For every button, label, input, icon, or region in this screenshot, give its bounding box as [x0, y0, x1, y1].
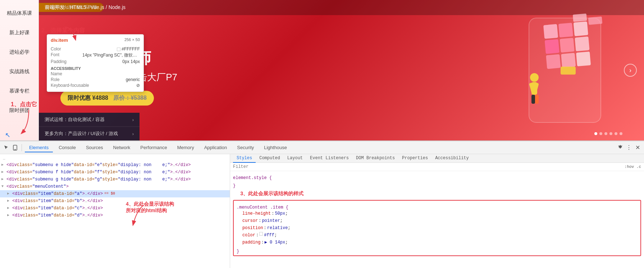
- html-line-8[interactable]: ▶ <div class="item" data-id="d" > … </di…: [0, 212, 230, 219]
- svg-rect-1: [543, 24, 558, 39]
- tab-elements[interactable]: Elements: [25, 143, 53, 152]
- submenu-item-1[interactable]: 测试运维：自动化测试 / 容器 ›: [39, 113, 140, 127]
- styles-tab-layout[interactable]: Layout: [284, 154, 306, 163]
- html-line-5-selected[interactable]: ▶ <div class="item" data-id="a" > … </di…: [0, 190, 230, 197]
- svg-point-13: [530, 73, 539, 82]
- tab-console[interactable]: Console: [54, 143, 80, 152]
- tab-performance[interactable]: Performance: [136, 143, 171, 152]
- banner-illustration-svg: [507, 7, 622, 133]
- banner-dots: [594, 132, 622, 135]
- svg-rect-12: [561, 67, 576, 75]
- styles-filter-bar: :hov .c: [230, 163, 644, 171]
- element-style-block: element.style { }: [233, 175, 641, 188]
- svg-rect-3: [574, 21, 588, 36]
- banner-price: 限时优惠 ¥4888 原价：¥5388: [60, 91, 154, 106]
- sidebar-item-jingpin[interactable]: 精品体系课: [0, 4, 38, 23]
- svg-rect-6: [575, 36, 589, 51]
- svg-rect-18: [535, 95, 539, 104]
- rule-prop-color: color : #fff ;: [237, 232, 638, 239]
- banner-dot-3[interactable]: [604, 132, 607, 135]
- element-style-closing: }: [233, 183, 641, 188]
- devtools-more-icon[interactable]: ⋮: [625, 144, 632, 151]
- styles-sub-tabs: Styles Computed Layout Event Listeners D…: [230, 154, 644, 163]
- tab-sources[interactable]: Sources: [82, 143, 108, 152]
- devtools-settings-icon[interactable]: [617, 144, 624, 151]
- tab-memory[interactable]: Memory: [173, 143, 198, 152]
- devtools-body: … ▶ <div class="submenu e hide" data-id=…: [0, 154, 644, 268]
- devtools: Elements Console Sources Network Perform…: [0, 140, 644, 268]
- rule-closing: }: [237, 249, 638, 254]
- sidebar-item-xianhuan[interactable]: 限时拼团: [0, 101, 38, 120]
- svg-rect-10: [573, 13, 587, 22]
- banner-illustration: [507, 7, 622, 133]
- sidebar-item-muke[interactable]: 慕课专栏: [0, 81, 38, 101]
- tooltip-popup: div.item 256 × 50 Color #FFFFFF Font 14p…: [47, 34, 144, 92]
- sidebar: 精品体系课 新上好课 进站必学 实战路线 慕课专栏 限时拼团: [0, 0, 39, 140]
- styles-tab-properties[interactable]: Properties: [398, 154, 431, 163]
- svg-rect-7: [546, 54, 561, 69]
- devtools-close-icon[interactable]: ✕: [634, 144, 641, 151]
- banner-dot-5[interactable]: [615, 132, 617, 135]
- styles-panel: Styles Computed Layout Event Listeners D…: [230, 154, 644, 268]
- tab-application[interactable]: Application: [200, 143, 232, 152]
- sidebar-item-xinshang[interactable]: 新上好课: [0, 23, 38, 43]
- toolbar-divider: [22, 144, 22, 151]
- styles-tab-accessibility[interactable]: Accessibility: [431, 154, 472, 163]
- svg-rect-2: [558, 23, 573, 37]
- banner-dot-4[interactable]: [609, 132, 612, 135]
- svg-rect-4: [545, 39, 559, 54]
- tab-network[interactable]: Network: [109, 143, 135, 152]
- element-style-selector: element.style {: [233, 175, 641, 180]
- styles-tab-dom-breakpoints[interactable]: DOM Breakpoints: [352, 154, 398, 163]
- html-dots[interactable]: …: [0, 156, 230, 161]
- banner-dot-6[interactable]: [620, 132, 622, 135]
- svg-rect-5: [560, 38, 575, 53]
- svg-rect-8: [561, 53, 576, 68]
- svg-rect-17: [531, 95, 535, 104]
- devtools-toolbar: Elements Console Sources Network Perform…: [0, 141, 644, 154]
- rule-prop-cursor: cursor : pointer ;: [237, 217, 638, 224]
- banner-dot-2[interactable]: [599, 132, 602, 135]
- styles-filter-input[interactable]: [233, 164, 622, 169]
- styles-filter-hov[interactable]: :hov .c: [625, 165, 641, 169]
- sidebar-item-shizhan[interactable]: 实战路线: [0, 62, 38, 81]
- styles-tab-styles[interactable]: Styles: [233, 154, 256, 163]
- styles-tab-event-listeners[interactable]: Event Listeners: [306, 154, 352, 163]
- devtools-inspect-icon[interactable]: [3, 144, 10, 151]
- html-line-2[interactable]: ▶ <div class="submenu f hide" data-id="f…: [0, 169, 230, 176]
- rule-prop-lineheight: line-height : 50px ;: [237, 210, 638, 217]
- tab-lighthouse[interactable]: Lighthouse: [260, 143, 291, 152]
- tab-security[interactable]: Security: [233, 143, 258, 152]
- styles-tab-computed[interactable]: Computed: [256, 154, 284, 163]
- submenu-item-2[interactable]: 更多方向：产品设计 / UI设计 / 游戏 ›: [39, 127, 140, 140]
- html-line-6[interactable]: ▶ <div class="item" data-id="b" > … </di…: [0, 197, 230, 205]
- website-area: 精品体系课 新上好课 进站必学 实战路线 慕课专栏 限时拼团 慕课网职场进阶成长…: [0, 0, 644, 140]
- submenu-area: 测试运维：自动化测试 / 容器 › 更多方向：产品设计 / UI设计 / 游戏 …: [39, 113, 140, 140]
- html-line-4[interactable]: ▼ <div class="menuContent" >: [0, 183, 230, 190]
- styles-content: element.style { } 3、此处会展示该结构的样式 .menuCon…: [230, 171, 644, 260]
- annotation-step3: 3、此处会展示该结构的样式: [240, 191, 641, 197]
- banner-dot-1[interactable]: [594, 132, 597, 135]
- html-line-3[interactable]: ▶ <div class="submenu g hide" data-id="g…: [0, 176, 230, 183]
- rule-prop-padding: padding : ▶ 0 14px ;: [237, 239, 638, 246]
- svg-rect-11: [588, 17, 603, 25]
- rule-selector: .menuContent .item {: [237, 205, 638, 210]
- svg-rect-9: [576, 52, 591, 66]
- banner-nav-right[interactable]: ›: [624, 64, 637, 77]
- devtools-device-icon[interactable]: [12, 144, 19, 151]
- styles-rule-block: .menuContent .item { line-height : 50px …: [233, 200, 641, 256]
- rule-prop-position: position : relative ;: [237, 224, 638, 232]
- sidebar-item-jinzhan[interactable]: 进站必学: [0, 43, 38, 62]
- html-line-7[interactable]: ▶ <div class="item" data-id="c" > … </di…: [0, 205, 230, 212]
- html-panel[interactable]: … ▶ <div class="submenu e hide" data-id=…: [0, 154, 230, 268]
- html-line-1[interactable]: ▶ <div class="submenu e hide" data-id="e…: [0, 161, 230, 169]
